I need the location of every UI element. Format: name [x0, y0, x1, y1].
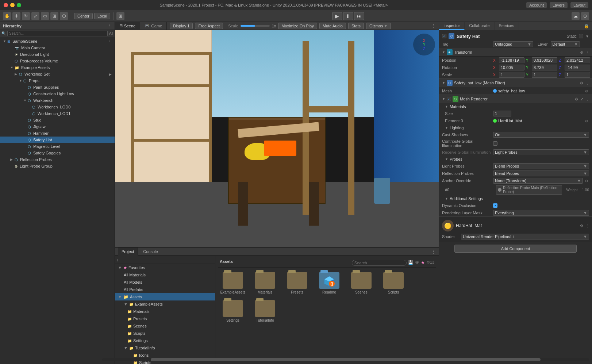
contribute-gi-checkbox[interactable]	[493, 141, 497, 146]
close-button[interactable]	[4, 3, 8, 7]
rect-tool[interactable]: ▭	[41, 12, 49, 20]
project-add[interactable]: +	[116, 258, 119, 263]
custom-tool[interactable]: ⬡	[60, 12, 68, 20]
static-arrow[interactable]: ▼	[585, 34, 589, 38]
materials-sub[interactable]: ▼ Materials	[439, 103, 592, 110]
project-more[interactable]: ⋮	[431, 249, 436, 254]
local-button[interactable]: Local	[94, 13, 110, 19]
scale-tool[interactable]: ⤢	[31, 12, 39, 20]
add-component-button[interactable]: Add Component	[454, 245, 577, 253]
example-assets-item[interactable]: ▼ 📁 ExampleAssets	[115, 300, 215, 308]
mesh-filter-section[interactable]: ▼ ⬡ Safety_hat_low (Mesh Filter) ⚙ ⋮	[439, 78, 592, 87]
scene-more[interactable]: ⋮	[108, 39, 112, 43]
tree-wb-lod1[interactable]: ⬡ Workbench_LOD1	[0, 110, 115, 117]
dynamic-occlusion-checkbox[interactable]	[493, 203, 497, 208]
assets-search[interactable]	[352, 260, 407, 266]
aspect-button[interactable]: Free Aspect	[195, 23, 223, 29]
scale-x-input[interactable]: 1	[499, 72, 524, 78]
tree-goggles[interactable]: ⬡ Safety Goggles	[0, 150, 115, 156]
all-prefabs-item[interactable]: All Prefabs	[115, 286, 215, 293]
transform-section[interactable]: ▼ ⊕ Transform ⚙ ⋮	[439, 48, 592, 57]
rot-z-input[interactable]: -14.99	[565, 65, 590, 70]
hh-more[interactable]: ⋮	[585, 224, 589, 228]
layout-button[interactable]: Layout	[570, 2, 588, 8]
play-button[interactable]: ▶	[332, 12, 342, 20]
presets-item[interactable]: 📁 Presets	[115, 315, 215, 322]
go-active-checkbox[interactable]	[442, 34, 446, 38]
receive-gi-dropdown[interactable]: Light Probes ▼	[493, 149, 589, 155]
anchor-goto[interactable]: ⊙	[584, 178, 589, 183]
asset-tutorial[interactable]: TutorialInfo	[250, 299, 280, 324]
pos-z-input[interactable]: 2.832412	[565, 57, 590, 63]
save-icon[interactable]: 💾	[408, 260, 414, 266]
hierarchy-more-icon[interactable]: ⋮	[108, 23, 112, 28]
mf-settings[interactable]: ⚙	[580, 81, 583, 85]
tree-hammer[interactable]: ⬡ Hammer	[0, 130, 115, 137]
tag-dropdown[interactable]: Untagged ▼	[493, 41, 533, 47]
tree-workshop-set[interactable]: ▶ ⬡ Workshop Set ▶	[0, 71, 115, 77]
maximize-button[interactable]: Maximize On Play	[278, 23, 317, 29]
cloud-button[interactable]: ☁	[572, 12, 580, 20]
rendering-layer-dropdown[interactable]: Everything ▼	[493, 210, 589, 216]
mute-button[interactable]: Mute Audio	[319, 23, 346, 29]
asset-example-assets[interactable]: ExampleAssets	[218, 271, 247, 296]
transform-tool[interactable]: ⊞	[50, 12, 58, 20]
asset-scenes[interactable]: Scenes	[347, 271, 376, 296]
center-button[interactable]: Center	[74, 13, 93, 19]
scale-z-input[interactable]: 1	[565, 72, 590, 78]
settings-item[interactable]: 📁 Settings	[115, 337, 215, 344]
tree-directional-light[interactable]: ☀ Directional Light	[0, 51, 115, 58]
mf-more[interactable]: ⋮	[585, 81, 589, 85]
viewport-more[interactable]: ⋮	[431, 23, 436, 28]
tree-construction-light[interactable]: ⬡ Construction Light Low	[0, 91, 115, 97]
pos-y-input[interactable]: 0.9158028	[532, 57, 557, 63]
account-button[interactable]: Account	[526, 2, 547, 8]
mr-settings[interactable]: ⚙	[575, 97, 578, 101]
rotate-tool[interactable]: ↻	[22, 12, 30, 20]
tutorial-item[interactable]: ▼ 📁 TutorialInfo	[115, 344, 215, 352]
tree-scene-root[interactable]: ▼ ⊞ SampleScene ⋮	[0, 38, 115, 45]
cast-shadows-dropdown[interactable]: On ▼	[493, 132, 589, 138]
maximize-button[interactable]	[17, 3, 21, 7]
rp-dropdown[interactable]: Blend Probes ▼	[493, 170, 589, 176]
hand-tool[interactable]: ✋	[3, 12, 11, 20]
grid-tool[interactable]: ⊞	[116, 12, 124, 20]
viewport-3d[interactable]: X Y Z	[115, 30, 439, 247]
size-input[interactable]: 1	[493, 111, 511, 116]
mr-active[interactable]	[447, 97, 451, 101]
horizontal-scrollbar[interactable]	[215, 358, 439, 361]
scene-tab[interactable]: ⊞ Scene	[115, 22, 140, 30]
step-button[interactable]: ⏭	[354, 12, 364, 20]
probes-sub[interactable]: ▼ Probes	[439, 156, 592, 162]
layer-dropdown[interactable]: Default ▼	[551, 41, 580, 47]
asset-readme[interactable]: {} Readme	[315, 271, 344, 296]
tree-safety-hat[interactable]: ⬡ Safety Hat	[0, 137, 115, 143]
transform-more[interactable]: ⋮	[585, 50, 589, 54]
anchor-dropdown[interactable]: None (Transform) ▼	[493, 178, 583, 184]
tree-magnetic[interactable]: ⬡ Magnetic Level	[0, 143, 115, 150]
rot-x-input[interactable]: 10.005	[499, 65, 524, 70]
hierarchy-search[interactable]	[7, 31, 108, 36]
static-checkbox[interactable]	[579, 34, 583, 38]
transform-settings[interactable]: ⚙	[580, 50, 583, 54]
tree-workbench[interactable]: ▼ ⬡ Workbench	[0, 97, 115, 104]
star-icon2[interactable]: ★	[421, 260, 425, 266]
move-tool[interactable]: ✛	[12, 12, 20, 20]
tree-stud[interactable]: ⬡ Stud	[0, 117, 115, 123]
rot-y-input[interactable]: 8.739	[532, 65, 557, 70]
pause-button[interactable]: ⏸	[343, 12, 353, 20]
project-tab[interactable]: Project	[118, 248, 138, 256]
hh-settings[interactable]: ⚙	[580, 224, 583, 228]
asset-settings[interactable]: Settings	[218, 299, 247, 324]
probe-reference[interactable]: Reflection Probe Main (Reflection Probe)	[496, 185, 562, 195]
tree-main-camera[interactable]: 📷 Main Camera	[0, 45, 115, 51]
tree-props[interactable]: ▼ ⬡ Props	[0, 77, 115, 84]
assets-section[interactable]: ▼ 📁 Assets	[115, 293, 215, 300]
all-materials-item[interactable]: All Materials	[115, 271, 215, 279]
tree-example-assets[interactable]: ▼ 📁 Example Assets	[0, 64, 115, 71]
scenes-item[interactable]: 📁 Scenes	[115, 322, 215, 330]
eye-icon[interactable]: 👁	[415, 260, 419, 266]
collab-button[interactable]: ⊙	[581, 12, 589, 20]
materials-item[interactable]: 📁 Materials	[115, 308, 215, 315]
all-models-item[interactable]: All Models	[115, 279, 215, 286]
